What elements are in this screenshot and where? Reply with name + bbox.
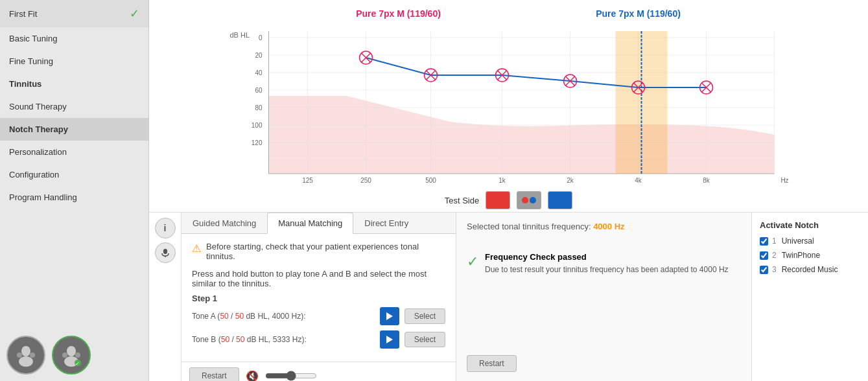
frequency-panel: Selected tonal tinnitus frequency: 4000 … [456,213,751,381]
svg-text:20: 20 [255,52,263,59]
notch-2-checkbox[interactable] [760,251,768,260]
svg-point-6 [62,352,67,358]
svg-point-3 [30,352,35,358]
sidebar-item-configuration[interactable]: Configuration [0,163,148,186]
svg-text:4k: 4k [635,177,642,184]
svg-point-4 [67,346,76,356]
tab-manual-matching[interactable]: Manual Matching [267,213,353,234]
volume-icon: 🔇 [246,370,259,382]
step-label: Step 1 [192,294,445,303]
info-icons-column: i [149,213,182,381]
svg-text:1k: 1k [499,177,506,184]
tone-b-row: Tone B (50 / 50 dB HL, 5333 Hz): Select [192,330,445,349]
svg-point-7 [75,352,80,358]
warning-text: Before starting, check that your patient… [206,242,445,261]
sidebar-label: First Fit [9,9,37,19]
notch-item-1: 1 Universal [760,237,860,246]
sidebar-label: Configuration [9,170,59,179]
sidebar-item-sound-therapy[interactable]: Sound Therapy [0,95,148,118]
check-icon: ✓ [130,6,139,21]
check-pass-icon: ✓ [467,253,478,270]
avatar-right: ✓ [52,336,91,375]
notch-3-num: 3 [772,265,777,274]
tabs-bar: Guided Matching Manual Matching Direct E… [182,213,456,234]
svg-text:✓: ✓ [75,361,80,367]
test-side-label: Test Side [445,196,479,205]
tone-b-select-button[interactable]: Select [405,332,445,347]
sidebar-item-first-fit[interactable]: First Fit ✓ [0,0,148,27]
tone-a-label: Tone A (50 / 50 dB HL, 4000 Hz): [192,312,375,321]
svg-text:8k: 8k [703,177,710,184]
right-device-label: Pure 7px M (119/60) [596,8,681,19]
svg-text:120: 120 [252,139,263,146]
sidebar-label: Notch Therapy [9,124,68,134]
notch-1-label: Universal [782,237,814,246]
tone-a-row: Tone A (50 / 50 dB HL, 4000 Hz): Select [192,307,445,325]
notch-1-num: 1 [772,237,777,246]
sidebar-item-basic-tuning[interactable]: Basic Tuning [0,27,148,50]
notch-3-label: Recorded Music [782,265,838,274]
svg-marker-58 [386,336,393,343]
warning-icon: ⚠ [192,242,201,255]
guided-content-area: ⚠ Before starting, check that your patie… [182,234,456,362]
bottom-panel: i Guided Matching Manual Matching Direct… [149,212,868,381]
volume-slider[interactable] [265,371,317,381]
sidebar-label: Tinnitus [9,79,41,89]
sidebar-label: Fine Tuning [9,56,53,66]
freq-restart-button[interactable]: Restart [467,355,517,372]
guided-bottom-bar: Restart 🔇 [182,362,456,381]
check-title: Frequency Check passed [485,252,729,262]
test-side-both-button[interactable] [517,191,541,209]
mic-button[interactable] [155,242,176,263]
instruction-text: Press and hold button to play tone A and… [192,269,445,288]
svg-text:40: 40 [255,69,263,76]
svg-point-0 [21,346,30,356]
freq-header-label: Selected tonal tinnitus frequency: [467,222,591,231]
sidebar: First Fit ✓ Basic Tuning Fine Tuning Tin… [0,0,149,381]
test-side-red-button[interactable] [486,191,510,209]
svg-text:500: 500 [425,177,436,184]
sidebar-item-personalization[interactable]: Personalization [0,141,148,163]
svg-text:Hz: Hz [780,177,788,184]
sidebar-item-notch-therapy[interactable]: Notch Therapy [0,118,148,141]
notch-item-3: 3 Recorded Music [760,265,860,274]
left-device-label: Pure 7px M (119/60) [356,8,441,19]
main-content: Pure 7px M (119/60) Pure 7px M (119/60) … [149,0,868,381]
avatar-left [6,336,45,375]
guided-panel: Guided Matching Manual Matching Direct E… [182,213,456,381]
svg-text:125: 125 [302,177,313,184]
tab-direct-entry[interactable]: Direct Entry [353,213,419,234]
test-side-blue-button[interactable] [548,191,572,209]
svg-text:80: 80 [255,104,263,111]
svg-point-1 [19,356,33,367]
notch-item-2: 2 TwinPhone [760,251,860,260]
tone-b-label: Tone B (50 / 50 dB HL, 5333 Hz): [192,335,375,344]
freq-header: Selected tonal tinnitus frequency: 4000 … [467,222,741,231]
tone-a-select-button[interactable]: Select [405,308,445,324]
freq-check-row: ✓ Frequency Check passed Due to test res… [467,252,741,275]
tone-a-play-button[interactable] [380,307,399,325]
notch-3-checkbox[interactable] [760,266,768,274]
sidebar-bottom: ✓ [0,329,148,381]
activate-notch-panel: Activate Notch 1 Universal 2 TwinPhone 3… [751,213,868,381]
svg-text:250: 250 [360,177,371,184]
y-axis-label: dB HL [230,31,250,39]
activate-notch-title: Activate Notch [760,220,860,230]
sidebar-label: Personalization [9,147,67,157]
check-desc: Due to test result your tinnitus frequen… [485,264,729,275]
sidebar-label: Sound Therapy [9,102,67,111]
tab-guided-matching[interactable]: Guided Matching [182,213,267,234]
sidebar-label: Program Handling [9,192,77,202]
svg-text:100: 100 [252,122,263,129]
guided-restart-button[interactable]: Restart [189,367,239,381]
svg-text:60: 60 [255,87,263,94]
freq-value: 4000 Hz [593,222,624,231]
audiogram-chart: Pure 7px M (119/60) Pure 7px M (119/60) … [162,5,855,187]
tone-b-play-button[interactable] [380,330,399,349]
sidebar-item-program-handling[interactable]: Program Handling [0,186,148,209]
svg-rect-55 [163,249,167,254]
info-button[interactable]: i [155,218,176,238]
notch-1-checkbox[interactable] [760,237,768,246]
sidebar-item-fine-tuning[interactable]: Fine Tuning [0,50,148,73]
sidebar-item-tinnitus[interactable]: Tinnitus [0,73,148,95]
